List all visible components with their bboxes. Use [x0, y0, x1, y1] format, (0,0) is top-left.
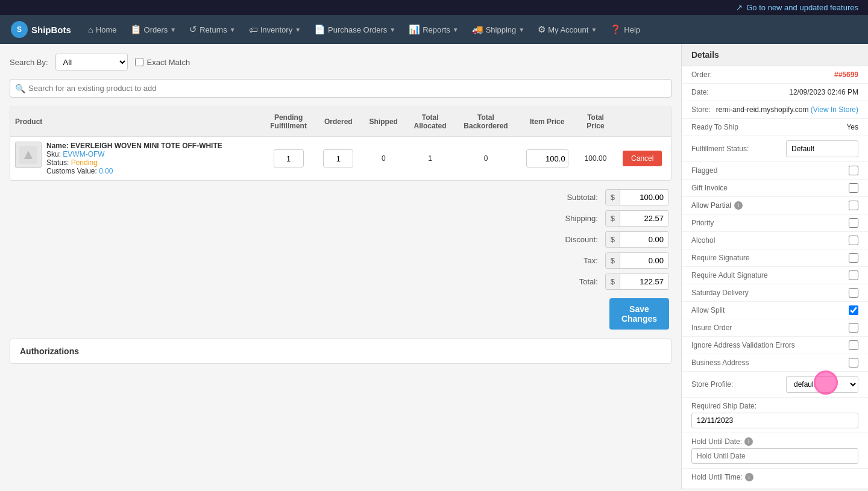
allow-split-checkbox[interactable]: [849, 305, 858, 315]
business-address-checkbox[interactable]: [849, 358, 858, 367]
sku-link[interactable]: EVWM-OFW: [63, 150, 104, 158]
ignore-address-validation-label: Ignore Address Validation Errors: [691, 341, 795, 349]
subtotal-input[interactable]: [620, 190, 668, 205]
save-changes-button[interactable]: SaveChanges: [609, 298, 669, 330]
right-panel: Details Order: ##5699 Date: 12/09/2023 0…: [681, 44, 868, 489]
shipping-input[interactable]: [620, 211, 668, 226]
saturday-delivery-row: Saturday Delivery: [682, 284, 868, 302]
ready-to-ship-value: Yes: [846, 123, 858, 131]
main-nav: S ShipBots ⌂ Home 📋 Orders ▼ ↺ Returns ▼…: [0, 15, 868, 44]
required-ship-date-row: Required Ship Date:: [682, 398, 868, 433]
item-price-input[interactable]: [526, 149, 568, 167]
store-profile-row: Store Profile: default: [682, 372, 868, 398]
priority-checkbox[interactable]: [849, 218, 858, 228]
total-input[interactable]: [620, 274, 668, 289]
order-row: Order: ##5699: [682, 66, 868, 84]
search-icon: 🔍: [15, 84, 25, 93]
pending-fulfillment-input[interactable]: [274, 149, 304, 167]
nav-purchase-orders[interactable]: 📄 Purchase Orders ▼: [308, 15, 401, 44]
saturday-delivery-checkbox[interactable]: [849, 288, 858, 298]
store-row: Store: remi-and-reid.myshopify.com (View…: [682, 101, 868, 119]
nav-returns-label: Returns: [200, 25, 227, 34]
discount-input[interactable]: [620, 232, 668, 247]
nav-help-label: Help: [624, 25, 640, 34]
authorizations-title: Authorizations: [20, 346, 661, 356]
business-address-label: Business Address: [691, 358, 749, 367]
checkbox-container: Flagged Gift Invoice Allow Partial i Pri…: [682, 162, 868, 372]
hold-until-time-label: Hold Until Time: i: [691, 473, 858, 481]
total-currency: $: [606, 274, 620, 289]
allow-partial-info-icon[interactable]: i: [734, 201, 743, 210]
cancel-button[interactable]: Cancel: [623, 151, 662, 166]
nav-my-account[interactable]: ⚙ My Account ▼: [532, 15, 603, 44]
col-ordered: Ordered: [315, 107, 362, 137]
order-label: Order:: [691, 70, 712, 79]
ignore-address-validation-checkbox[interactable]: [849, 340, 858, 350]
total-row: Total: $: [550, 274, 669, 290]
hold-until-time-info-icon[interactable]: i: [745, 473, 753, 481]
col-item-price: Item Price: [517, 107, 577, 137]
require-signature-label: Require Signature: [691, 254, 750, 262]
product-info: Name: EVERLEIGH WOVEN MINI TOTE OFF-WHIT…: [46, 142, 222, 175]
product-status: Status: Pending: [46, 158, 222, 167]
hold-until-date-label: Hold Until Date: i: [691, 437, 858, 446]
allow-partial-checkbox[interactable]: [849, 201, 858, 210]
reports-icon: 📊: [409, 24, 420, 35]
product-customs: Customs Value: 0.00: [46, 167, 222, 175]
shipping-label: Shipping:: [550, 214, 598, 223]
hold-until-date-input[interactable]: [691, 448, 858, 464]
nav-shipping-label: Shipping: [486, 25, 517, 34]
require-adult-signature-checkbox[interactable]: [849, 271, 858, 280]
totals-section: Subtotal: $ Shipping: $ Discount: $: [10, 189, 671, 290]
fulfillment-status-select[interactable]: Default Shipped Pending: [786, 140, 858, 157]
nav-home[interactable]: ⌂ Home: [82, 15, 123, 44]
orders-chevron-icon: ▼: [170, 27, 176, 33]
fulfillment-status-label: Fulfillment Status:: [691, 145, 749, 153]
total-backordered-value: 0: [484, 154, 488, 163]
subtotal-label: Subtotal:: [550, 193, 598, 202]
search-input-wrapper: 🔍: [10, 79, 671, 98]
search-input[interactable]: [10, 79, 671, 98]
tax-input[interactable]: [620, 253, 668, 268]
logo[interactable]: S ShipBots: [5, 21, 77, 38]
my-account-chevron-icon: ▼: [591, 27, 597, 33]
gift-invoice-checkbox[interactable]: [849, 183, 858, 193]
details-header: Details: [682, 44, 868, 66]
exact-match-checkbox[interactable]: [135, 58, 143, 66]
nav-orders[interactable]: 📋 Orders ▼: [124, 15, 183, 44]
nav-shipping[interactable]: 🚚 Shipping ▼: [466, 15, 531, 44]
priority-label: Priority: [691, 219, 714, 227]
allow-partial-label-wrapper: Allow Partial i: [691, 201, 743, 210]
tax-row: Tax: $: [550, 252, 669, 269]
nav-help[interactable]: ❓ Help: [604, 15, 646, 44]
hold-until-date-info-icon[interactable]: i: [744, 437, 753, 446]
tax-input-wrapper: $: [605, 252, 669, 269]
insure-order-checkbox[interactable]: [849, 323, 858, 333]
require-signature-checkbox[interactable]: [849, 253, 858, 263]
nav-home-label: Home: [96, 25, 117, 34]
required-ship-date-input[interactable]: [691, 413, 858, 428]
store-view-link[interactable]: (View In Store): [811, 105, 858, 114]
banner-link[interactable]: Go to new and updated features: [746, 3, 858, 12]
nav-reports[interactable]: 📊 Reports ▼: [403, 15, 464, 44]
alcohol-checkbox[interactable]: [849, 236, 858, 245]
nav-returns[interactable]: ↺ Returns ▼: [183, 15, 241, 44]
discount-input-wrapper: $: [605, 231, 669, 248]
store-profile-select[interactable]: default: [786, 376, 858, 393]
total-label: Total:: [550, 277, 598, 286]
search-by-select[interactable]: All SKU Name: [55, 54, 128, 70]
saturday-delivery-label: Saturday Delivery: [691, 289, 749, 297]
ordered-input[interactable]: [323, 149, 353, 167]
hold-until-time-row: Hold Until Time: i: [682, 469, 868, 489]
allow-partial-label: Allow Partial: [691, 201, 731, 210]
flagged-checkbox[interactable]: [849, 166, 858, 175]
order-value[interactable]: ##5699: [834, 70, 858, 79]
nav-inventory[interactable]: 🏷 Inventory ▼: [243, 15, 307, 44]
table-row: Name: EVERLEIGH WOVEN MINI TOTE OFF-WHIT…: [10, 137, 671, 181]
col-total-allocated: TotalAllocated: [406, 107, 454, 137]
authorizations-section: Authorizations: [10, 339, 671, 364]
gift-invoice-label: Gift Invoice: [691, 184, 728, 192]
total-backordered-cell: 0: [454, 137, 517, 181]
action-cell: Cancel: [614, 137, 671, 181]
logo-icon: S: [11, 21, 28, 38]
